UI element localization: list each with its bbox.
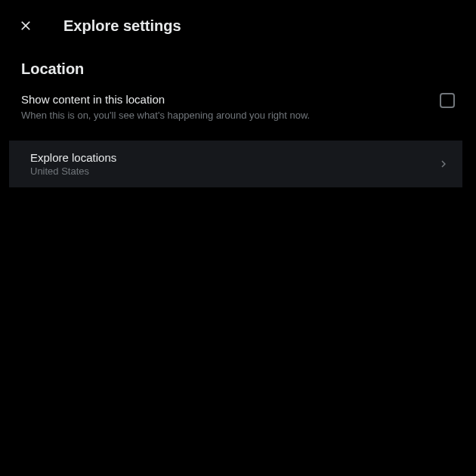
show-content-setting: Show content in this location When this …	[0, 84, 476, 131]
explore-locations-label: Explore locations	[30, 151, 437, 164]
header: Explore settings	[0, 0, 476, 51]
chevron-right-icon	[437, 157, 450, 171]
explore-locations-value: United States	[30, 165, 437, 177]
close-button[interactable]	[12, 12, 39, 39]
explore-locations-row[interactable]: Explore locations United States	[9, 141, 462, 187]
show-content-checkbox[interactable]	[440, 93, 455, 108]
close-icon	[18, 18, 33, 33]
explore-locations-text: Explore locations United States	[30, 151, 437, 177]
show-content-text: Show content in this location When this …	[21, 93, 440, 122]
section-title-location: Location	[0, 51, 476, 84]
show-content-label: Show content in this location	[21, 93, 428, 106]
show-content-description: When this is on, you'll see what's happe…	[21, 109, 428, 122]
page-title: Explore settings	[63, 17, 181, 35]
